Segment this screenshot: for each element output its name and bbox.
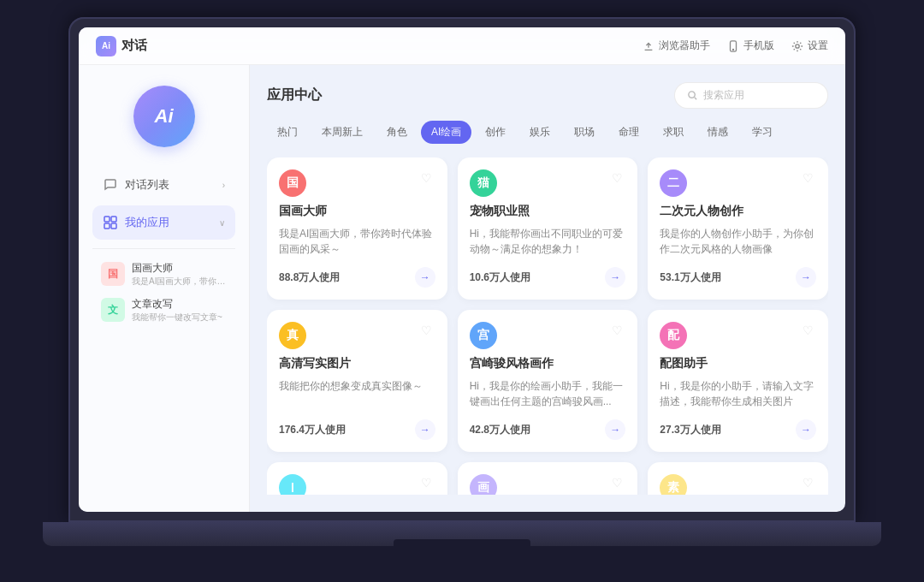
card-top: 画 ♡ xyxy=(470,474,626,495)
sidebar-sub-item-guohua[interactable]: 国 国画大师 我是AI国画大师，带你跨时代体... xyxy=(92,258,235,290)
card-desc: Hi，我是你的小助手，请输入文字描述，我能帮你生成相关图片 xyxy=(660,378,816,409)
main-content: Ai 对话列表 › xyxy=(79,65,845,512)
phone-icon xyxy=(727,40,739,52)
heart-icon[interactable]: ♡ xyxy=(608,169,625,187)
article-icon: 文 xyxy=(101,298,125,322)
card-badge: 真 xyxy=(279,322,306,349)
tab-job[interactable]: 求职 xyxy=(653,121,694,144)
card-arrow[interactable]: → xyxy=(605,267,625,288)
card-top: 宫 ♡ xyxy=(470,322,626,349)
tab-work[interactable]: 职场 xyxy=(564,121,605,144)
tab-create[interactable]: 创作 xyxy=(475,121,516,144)
svg-point-1 xyxy=(732,49,733,50)
logo-area: Ai 对话 xyxy=(96,36,147,56)
sidebar-divider xyxy=(92,248,235,249)
tab-emotion[interactable]: 情感 xyxy=(697,121,738,144)
sidebar-sub-item-article[interactable]: 文 文章改写 我能帮你一键改写文章~ xyxy=(92,294,235,326)
heart-icon[interactable]: ♡ xyxy=(608,474,625,491)
tab-hot[interactable]: 热门 xyxy=(267,121,308,144)
arrow-icon: › xyxy=(222,181,225,190)
card-top: 二 ♡ xyxy=(660,169,816,197)
top-bar: Ai 对话 浏览器助手 xyxy=(79,27,845,65)
card-footer: 42.8万人使用 → xyxy=(470,419,626,440)
heart-icon[interactable]: ♡ xyxy=(608,322,625,339)
app-card-sketch[interactable]: 素 ♡ 素描神器 xyxy=(648,462,828,495)
app-card-miyazaki[interactable]: 宫 ♡ 宫崎骏风格画作 Hi，我是你的绘画小助手，我能一键画出任何主题的宫崎骏风… xyxy=(458,310,638,452)
right-panel: 应用中心 搜索应用 热门 本周新上 角色 AI绘画 xyxy=(250,65,845,512)
card-usage: 176.4万人使用 xyxy=(279,423,346,437)
app-card-pet-photo[interactable]: 猫 ♡ 宠物职业照 Hi，我能帮你画出不同职业的可爱动物～满足你的想象力！ 10… xyxy=(458,157,638,300)
app-card-hd-photo[interactable]: 真 ♡ 高清写实图片 我能把你的想象变成真实图像～ 176.4万人使用 → xyxy=(267,310,447,452)
cards-grid: 国 ♡ 国画大师 我是AI国画大师，带你跨时代体验国画的风采～ 88.8万人使用… xyxy=(267,157,828,495)
svg-rect-6 xyxy=(111,223,116,229)
card-usage: 42.8万人使用 xyxy=(470,423,530,437)
search-box[interactable]: 搜索应用 xyxy=(674,82,828,109)
card-badge: 宫 xyxy=(470,322,497,349)
heart-icon[interactable]: ♡ xyxy=(799,169,816,187)
search-icon xyxy=(687,90,698,101)
card-footer: 176.4万人使用 → xyxy=(279,419,435,440)
mobile-version-button[interactable]: 手机版 xyxy=(727,39,774,53)
tab-ai-draw[interactable]: AI绘画 xyxy=(421,121,471,144)
gear-icon xyxy=(791,40,803,52)
svg-rect-4 xyxy=(111,217,116,222)
sidebar-item-my-apps[interactable]: 我的应用 ∨ xyxy=(92,205,235,240)
tab-role[interactable]: 角色 xyxy=(376,121,418,144)
app-card-match-image[interactable]: 配 ♡ 配图助手 Hi，我是你的小助手，请输入文字描述，我能帮你生成相关图片 2… xyxy=(648,310,828,452)
card-top: 国 ♡ xyxy=(279,169,435,197)
card-badge: 猫 xyxy=(470,169,497,197)
card-arrow[interactable]: → xyxy=(796,267,816,288)
card-desc: Hi，我是你的绘画小助手，我能一键画出任何主题的宫崎骏风画... xyxy=(470,378,626,409)
card-desc: 我是你的人物创作小助手，为你创作二次元风格的人物画像 xyxy=(660,226,816,257)
card-top: 猫 ♡ xyxy=(470,169,626,197)
card-arrow[interactable]: → xyxy=(415,419,435,440)
svg-rect-3 xyxy=(104,217,110,222)
svg-rect-5 xyxy=(104,223,110,229)
sidebar-item-chat-list[interactable]: 对话列表 › xyxy=(92,168,235,202)
card-title: 高清写实图片 xyxy=(279,356,435,371)
card-footer: 27.3万人使用 → xyxy=(660,419,816,440)
app-card-2d-character[interactable]: 二 ♡ 二次元人物创作 我是你的人物创作小助手，为你创作二次元风格的人物画像 5… xyxy=(648,157,828,300)
svg-point-7 xyxy=(689,92,695,98)
app-card-drawing-master[interactable]: 画 ♡ 你的作图大师 xyxy=(458,462,638,495)
svg-point-2 xyxy=(796,44,799,47)
heart-icon[interactable]: ♡ xyxy=(799,474,816,491)
heart-icon[interactable]: ♡ xyxy=(418,474,435,491)
tab-study[interactable]: 学习 xyxy=(742,121,783,144)
card-top: l ♡ xyxy=(279,474,435,495)
card-usage: 88.8万人使用 xyxy=(279,270,340,285)
guohua-icon: 国 xyxy=(101,262,125,286)
tab-entertainment[interactable]: 娱乐 xyxy=(519,121,560,144)
laptop-base xyxy=(43,522,881,546)
tab-new[interactable]: 本周新上 xyxy=(311,121,373,144)
panel-header: 应用中心 搜索应用 xyxy=(267,82,828,109)
top-bar-actions: 浏览器助手 手机版 设置 xyxy=(643,39,828,53)
app-card-logo-tool[interactable]: l ♡ logo创作小工具 xyxy=(267,462,447,495)
card-desc: Hi，我能帮你画出不同职业的可爱动物～满足你的想象力！ xyxy=(470,226,626,257)
settings-button[interactable]: 设置 xyxy=(791,39,828,53)
heart-icon[interactable]: ♡ xyxy=(418,322,435,339)
laptop-wrapper: Ai 对话 浏览器助手 xyxy=(51,17,873,565)
tab-fate[interactable]: 命理 xyxy=(608,121,649,144)
card-arrow[interactable]: → xyxy=(415,267,435,288)
card-arrow[interactable]: → xyxy=(796,419,816,440)
browser-assistant-button[interactable]: 浏览器助手 xyxy=(643,39,710,53)
search-placeholder-text: 搜索应用 xyxy=(703,88,744,103)
laptop-screen: Ai 对话 浏览器助手 xyxy=(79,27,845,512)
chat-icon xyxy=(103,177,118,193)
heart-icon[interactable]: ♡ xyxy=(418,169,435,187)
card-top: 素 ♡ xyxy=(660,474,816,495)
card-top: 配 ♡ xyxy=(660,322,816,349)
card-badge: 画 xyxy=(470,474,497,495)
grid-icon xyxy=(103,215,118,230)
upload-icon xyxy=(643,40,654,52)
sidebar-menu: 对话列表 › xyxy=(92,168,235,326)
card-usage: 10.6万人使用 xyxy=(470,270,530,285)
card-badge: 配 xyxy=(660,322,687,349)
heart-icon[interactable]: ♡ xyxy=(799,322,816,339)
card-footer: 10.6万人使用 → xyxy=(470,267,626,288)
card-title: 二次元人物创作 xyxy=(660,204,816,219)
laptop-screen-bezel: Ai 对话 浏览器助手 xyxy=(68,17,856,522)
app-card-guohua[interactable]: 国 ♡ 国画大师 我是AI国画大师，带你跨时代体验国画的风采～ 88.8万人使用… xyxy=(267,157,447,300)
card-arrow[interactable]: → xyxy=(605,419,625,440)
